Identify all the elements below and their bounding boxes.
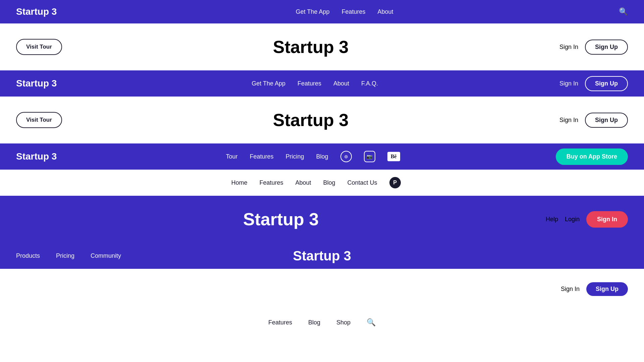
nav-link-blog-6[interactable]: Blog: [308, 319, 320, 326]
nav-links-4: Home Features About Blog Contact Us P: [16, 177, 628, 188]
navbar-2: Startup 3 Get The App Features About F.A…: [0, 70, 644, 97]
nav-link-features-4[interactable]: Features: [259, 179, 283, 186]
nav-link-about-1[interactable]: About: [378, 8, 393, 15]
instagram-icon[interactable]: 📷: [364, 151, 375, 162]
nav-links-3: Tour Features Pricing Blog ⊛ 📷 Bē: [70, 151, 555, 162]
nav-link-about-2[interactable]: About: [333, 80, 349, 87]
brand-3: Startup 3: [16, 151, 57, 162]
hero-actions-1: Sign In Sign Up: [559, 40, 628, 55]
nav-link-faq-2[interactable]: F.A.Q.: [361, 80, 378, 87]
nav-link-tour-3[interactable]: Tour: [226, 153, 237, 160]
search-icon-6[interactable]: 🔍: [367, 318, 376, 326]
nav-link-about-4[interactable]: About: [295, 179, 311, 186]
signup-button-5[interactable]: Sign Up: [586, 282, 628, 296]
nav-links-2: Get The App Features About F.A.Q.: [70, 80, 559, 87]
signup-button-1[interactable]: Sign Up: [585, 40, 628, 55]
nav-link-features-6[interactable]: Features: [268, 319, 292, 326]
signin-button-1[interactable]: Sign In: [559, 44, 578, 51]
hero-title-5: Startup 3: [293, 248, 351, 263]
hero-section-1: Visit Tour Startup 3 Sign In Sign Up: [0, 23, 644, 70]
signin-button-5[interactable]: Sign In: [561, 286, 580, 293]
nav-link-gettheapp-2[interactable]: Get The App: [252, 80, 285, 87]
nav-link-pricing-3[interactable]: Pricing: [286, 153, 304, 160]
nav-links-6: Features Blog Shop 🔍: [16, 318, 628, 327]
product-hunt-icon[interactable]: P: [389, 177, 401, 188]
hero-actions-4: Help Login Sign In: [546, 211, 628, 228]
nav-actions-2: Sign In Sign Up: [559, 76, 628, 91]
nav-links-1: Get The App Features About: [70, 8, 619, 15]
hero-title-1: Startup 3: [62, 37, 559, 57]
nav-link-blog-3[interactable]: Blog: [316, 153, 328, 160]
dribbble-icon[interactable]: ⊛: [340, 151, 352, 162]
nav-link-home-4[interactable]: Home: [231, 179, 247, 186]
visit-tour-button-2[interactable]: Visit Tour: [16, 112, 62, 128]
signin-button-3[interactable]: Sign In: [559, 117, 578, 124]
search-icon-1[interactable]: 🔍: [619, 7, 628, 16]
nav-link-features-1[interactable]: Features: [342, 8, 366, 15]
hero-actions-2: Sign In Sign Up: [559, 113, 628, 128]
behance-icon[interactable]: Bē: [387, 152, 400, 161]
navbar-3: Startup 3 Tour Features Pricing Blog ⊛ 📷…: [0, 143, 644, 170]
navbar-1: Startup 3 Get The App Features About 🔍: [0, 0, 644, 23]
hero-actions-5: Sign In Sign Up: [561, 282, 628, 296]
signup-button-2[interactable]: Sign Up: [585, 76, 628, 91]
nav-link-features-3[interactable]: Features: [250, 153, 273, 160]
visit-tour-button-1[interactable]: Visit Tour: [16, 39, 62, 55]
nav-link-blog-4[interactable]: Blog: [323, 179, 335, 186]
hero-title-4: Startup 3: [16, 209, 546, 229]
hero-section-5: Sign In Sign Up: [0, 269, 644, 309]
navbar-5: Products Pricing Community Startup 3: [0, 243, 644, 269]
hero-section-2: Visit Tour Startup 3 Sign In Sign Up: [0, 97, 644, 143]
nav-actions-1: 🔍: [619, 7, 628, 16]
buy-appstore-button[interactable]: Buy on App Store: [556, 148, 628, 165]
nav-link-community-5[interactable]: Community: [91, 252, 121, 259]
hero-title-2: Startup 3: [62, 110, 559, 130]
navbar-4: Home Features About Blog Contact Us P: [0, 170, 644, 196]
nav-link-products-5[interactable]: Products: [16, 252, 40, 259]
signup-button-3[interactable]: Sign Up: [585, 113, 628, 128]
login-button[interactable]: Login: [565, 216, 580, 223]
nav-link-contactus-4[interactable]: Contact Us: [347, 179, 377, 186]
navbar-6: Features Blog Shop 🔍: [0, 309, 644, 336]
brand-1: Startup 3: [16, 6, 57, 17]
nav-actions-3: Buy on App Store: [556, 148, 628, 165]
help-button[interactable]: Help: [546, 216, 558, 223]
signin-button-pink[interactable]: Sign In: [586, 211, 628, 228]
nav-link-features-2[interactable]: Features: [298, 80, 321, 87]
nav-link-shop-6[interactable]: Shop: [336, 319, 351, 326]
brand-2: Startup 3: [16, 78, 57, 89]
hero-section-4: Startup 3 Help Login Sign In: [0, 196, 644, 243]
nav-link-pricing-5[interactable]: Pricing: [56, 252, 74, 259]
nav-link-gettheapp-1[interactable]: Get The App: [296, 8, 330, 15]
signin-button-2[interactable]: Sign In: [559, 80, 578, 87]
